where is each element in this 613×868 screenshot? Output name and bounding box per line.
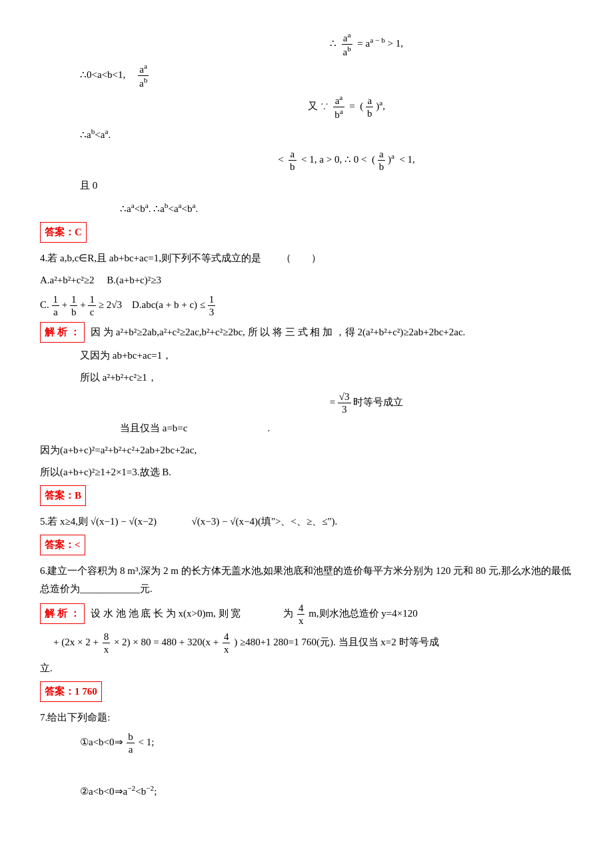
analysis-6-eq: + (2x × 2 + 8x × 2) × 80 = 480 + 320(x +… <box>40 631 573 655</box>
main-content: ∴ aa ab = aa − b > 1, ∴0<a<b<1, aa ab 又 … <box>40 31 573 801</box>
question-5: 5.若 x≥4,则 √(x−1) − √(x−2) √(x−3) − √(x−4… <box>40 513 573 531</box>
fraction-aa-ab: aa ab <box>342 31 352 58</box>
q4-options-cd: C. 1a + 1b + 1c ≥ 2√3 D.abc(a + b + c) ≤… <box>40 293 573 318</box>
q4-option-c: C. 1a + 1b + 1c ≥ 2√3 <box>40 299 132 310</box>
frac-1-3: 13 <box>208 293 216 318</box>
fraction-a-b2: a b <box>289 148 297 173</box>
analysis-label-6: 解 析 ： <box>40 603 85 624</box>
q5-expr1: √(x−1) − √(x−2) <box>91 516 157 527</box>
analysis-6-text1: 设 水 池 池 底 长 为 x(x>0)m, 则 宽 为 <box>91 608 293 619</box>
q7-blank <box>40 759 573 777</box>
analysis-4-eq: = √33 时等号成立 <box>40 391 573 415</box>
analysis-4-text: 因 为 a²+b²≥2ab,a²+c²≥2ac,b²+c²≥2bc, 所 以 将… <box>91 327 465 337</box>
math-line-3: 又 ∵ aa ba = ( a b )a, <box>40 93 573 121</box>
question-7: 7.给出下列命题: <box>40 709 573 727</box>
frac-1-c: 1c <box>88 293 96 318</box>
math-line-4: ∴ab<aa. <box>40 125 573 144</box>
answer-label-1: 答案：C <box>40 222 87 243</box>
analysis-4-line4: 因为(a+b+c)²=a²+b²+c²+2ab+2bc+2ac, <box>40 441 573 459</box>
frac-1-b: 1b <box>70 293 78 318</box>
analysis-6-end: 立. <box>40 659 573 677</box>
math-line-6: 且 0 <box>40 177 573 195</box>
question-4: 4.若 a,b,c∈R,且 ab+bc+ac=1,则下列不等式成立的是 （ ） <box>40 249 573 267</box>
math-line-5: < a b < 1, a > 0, ∴ 0 < ( a b )a < 1, <box>40 148 573 173</box>
analysis-4-line2: 又因为 ab+bc+ac=1， <box>40 347 573 365</box>
q7-prop2: ②a<b<0⇒a−2<b−2; <box>40 781 573 801</box>
analysis-4-line3: 所以 a²+b²+c²≥1， <box>40 369 573 387</box>
answer-label-6: 答案：1 760 <box>40 681 102 702</box>
answer-5-block: 答案：< <box>40 535 573 555</box>
analysis-label-4: 解 析 ： <box>40 322 85 343</box>
fraction-aa-ab2: aa ab <box>138 62 149 89</box>
q4-option-a: A.a²+b²+c²≥2 <box>40 275 105 285</box>
frac-4-x2: 4x <box>223 631 231 655</box>
answer-label-4: 答案：B <box>40 485 86 506</box>
q4-option-d: D.abc(a + b + c) ≤ 13 <box>132 299 215 310</box>
answer-4-block: 答案：B <box>40 485 573 506</box>
frac-1-a: 1a <box>52 293 60 318</box>
analysis-4-block: 解 析 ： 因 为 a²+b²≥2ab,a²+c²≥2ac,b²+c²≥2bc,… <box>40 322 573 343</box>
q5-expr2: √(x−3) − √(x−4)(填">、<、≥、≤"). <box>192 516 338 527</box>
math-line-1: ∴ aa ab = aa − b > 1, <box>40 31 573 58</box>
frac-sqrt3-3: √33 <box>338 391 351 415</box>
q4-options: A.a²+b²+c²≥2 B.(a+b+c)²≥3 <box>40 271 573 289</box>
fraction-a-b: a b <box>366 95 374 119</box>
frac-4-x: 4x <box>297 602 305 627</box>
math-line-2: ∴0<a<b<1, aa ab <box>40 62 573 89</box>
answer-1-block: 答案：C <box>40 222 573 243</box>
fraction-aa-ba: aa ba <box>333 93 344 121</box>
question-6: 6.建立一个容积为 8 m³,深为 2 m 的长方体无盖水池,如果池底和池壁的造… <box>40 562 573 598</box>
analysis-6-text2: m,则水池总造价 y=4×120 <box>308 608 418 619</box>
answer-label-5: 答案：< <box>40 535 85 555</box>
analysis-6-block: 解 析 ： 设 水 池 池 底 长 为 x(x>0)m, 则 宽 为 4x m,… <box>40 602 573 627</box>
derivation-block: ∴ aa ab = aa − b > 1, ∴0<a<b<1, aa ab 又 … <box>40 31 573 218</box>
fraction-a-b3: a b <box>378 148 386 173</box>
frac-8-x: 8x <box>103 631 111 655</box>
q7-prop1: ①a<b<0⇒ ba < 1; <box>40 731 573 755</box>
math-line-7: ∴aa<ba. ∴ab<aa<ba. <box>40 199 573 218</box>
answer-6-block: 答案：1 760 <box>40 681 573 702</box>
analysis-4-when: 当且仅当 a=b=c . <box>40 419 573 437</box>
q4-option-b: B.(a+b+c)²≥3 <box>107 275 161 285</box>
analysis-4-line5: 所以(a+b+c)²≥1+2×1=3.故选 B. <box>40 463 573 481</box>
frac-b-a: ba <box>127 731 135 755</box>
q5-text: 5.若 x≥4,则 <box>40 516 88 527</box>
